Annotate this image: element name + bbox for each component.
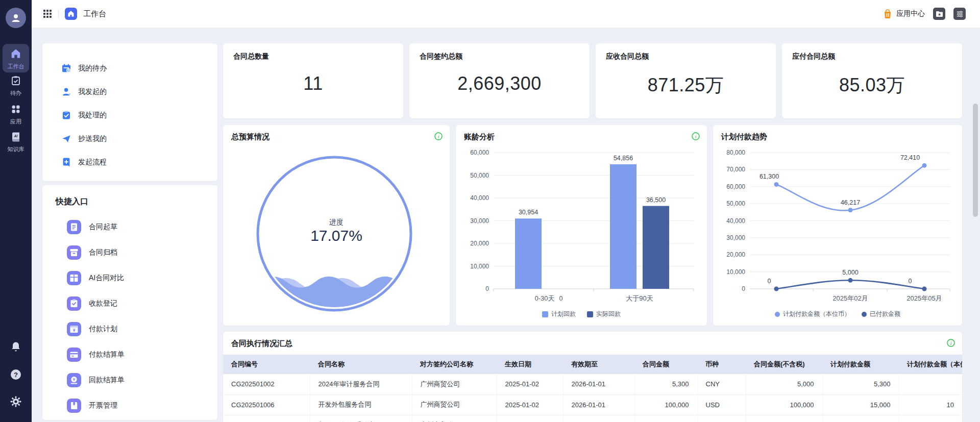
quick-entry-item[interactable]: ¥付款计划 (42, 316, 217, 342)
svg-text:i: i (950, 340, 952, 346)
table-cell: 15,000 (822, 394, 899, 415)
menu-item-initiated-by-me[interactable]: 我发起的 (42, 80, 217, 104)
table-cell: 5,300 (634, 374, 697, 394)
sidebar-item-apps[interactable]: 应用 (3, 104, 29, 126)
menu-item-processed-by-me[interactable]: 我处理的 (42, 104, 217, 127)
user-avatar[interactable] (6, 8, 26, 28)
notifications-button[interactable] (0, 341, 32, 354)
user-icon (61, 87, 71, 97)
sidebar-item-workbench[interactable]: 工作台 (3, 44, 29, 72)
menu-item-label: 抄送我的 (78, 134, 107, 143)
menu-item-cc-to-me[interactable]: 抄送我的 (42, 127, 217, 151)
stat-value: 11 (223, 73, 403, 94)
legend-item[interactable]: 实际回款 (587, 310, 621, 318)
legend-label: 已付款金额 (870, 310, 900, 318)
legend-swatch (542, 311, 548, 317)
quick-entry-item[interactable]: 合同归档 (42, 240, 217, 265)
quick-entry-item[interactable]: 合同起草 (42, 214, 217, 240)
table-cell: USD (697, 394, 746, 415)
sidebar-item-label: 应用 (3, 118, 29, 126)
legend-item[interactable]: 计划付款金额（本位币） (775, 310, 850, 318)
svg-text:0: 0 (742, 285, 745, 292)
svg-text:20,000: 20,000 (726, 251, 745, 258)
menu-item-start-process[interactable]: 发起流程 (42, 151, 217, 174)
svg-text:★: ★ (937, 12, 941, 17)
info-icon[interactable]: i (692, 132, 700, 140)
waffle-menu-icon[interactable] (43, 9, 52, 18)
svg-text:5,000: 5,000 (842, 269, 858, 276)
workbench-app-icon[interactable] (65, 8, 77, 20)
quick-entry-label: AI合同对比 (89, 274, 124, 283)
home-icon (67, 10, 75, 17)
svg-text:30,000: 30,000 (470, 217, 489, 225)
quick-entry-item[interactable]: ¥回款结算单 (42, 367, 217, 393)
svg-text:30,954: 30,954 (519, 209, 538, 216)
quick-entry-title: 快捷入口 (42, 196, 217, 207)
table-cell: 2026-01-01 (563, 374, 634, 394)
stat-value: 871.25万 (596, 73, 776, 98)
legend-item[interactable]: 已付款金额 (862, 310, 900, 318)
stat-value: 2,669,300 (409, 73, 590, 94)
svg-text:i: i (438, 134, 439, 139)
svg-text:?: ? (14, 371, 18, 379)
quick-entry-item[interactable]: 收款登记 (42, 291, 217, 316)
apps-grid-icon (11, 104, 21, 114)
quick-entry-label: 回款结算单 (89, 376, 125, 385)
sidebar-item-todo[interactable]: 待办 (3, 76, 29, 97)
help-button[interactable]: ? (0, 368, 32, 383)
table-row[interactable]: 新项目1设备采购合同广州商贸公司 (223, 415, 962, 422)
info-icon[interactable]: i (434, 132, 443, 140)
quick-entry-label: 合同起草 (89, 222, 117, 232)
svg-text:2025年05月: 2025年05月 (906, 294, 942, 302)
bell-icon (10, 341, 21, 352)
svg-text:54,856: 54,856 (614, 155, 633, 162)
svg-text:70,000: 70,000 (726, 166, 745, 173)
table-row[interactable]: CG2025010022024年审计服务合同广州商贸公司2025-01-0220… (223, 374, 962, 394)
svg-text:0: 0 (559, 295, 563, 302)
line-chart: 010,00020,00030,00040,00050,00060,00070,… (720, 143, 955, 310)
table-cell: 2024年审计服务合同 (310, 374, 412, 394)
quick-entry-item[interactable]: AI合同对比 (42, 265, 217, 291)
menu-item-label: 发起流程 (78, 158, 107, 167)
sidebar-item-knowledge[interactable]: AI 知识库 (3, 132, 29, 153)
divider (58, 10, 59, 18)
legend-label: 计划付款金额（本位币） (783, 310, 850, 318)
aging-analysis-card: 账龄分析 i 010,00020,00030,00040,00050,00060… (456, 125, 707, 326)
table-cell (899, 374, 962, 394)
menu-item-my-todo[interactable]: 我的待办 (42, 57, 217, 80)
table-cell (223, 415, 310, 422)
table-cell (899, 415, 962, 422)
svg-text:大于90天: 大于90天 (626, 294, 653, 302)
legend-item[interactable]: 计划回款 (542, 310, 576, 318)
contract-table-wrap: 合同编号合同名称对方签约公司名称生效日期有效期至合同金额币种合同金额(不含税)计… (223, 355, 962, 422)
table-cell (634, 415, 697, 422)
table-cell: 5,000 (746, 374, 822, 394)
svg-text:0-30天: 0-30天 (534, 294, 554, 302)
column-header: 合同金额(不含税) (746, 355, 822, 374)
vertical-scrollbar[interactable] (973, 104, 978, 217)
table-cell: 100,000 (746, 394, 822, 415)
legend-swatch (775, 312, 780, 317)
quick-entry-label: 付款结算单 (89, 350, 125, 359)
info-icon[interactable]: i (947, 339, 955, 347)
folder-star-icon: ★ (936, 10, 943, 18)
favorites-folder-button[interactable]: ★ (933, 8, 945, 20)
table-cell (497, 415, 563, 422)
ai-book-icon: AI (11, 132, 21, 142)
sidebar: 工作台 待办 应用 AI 知识库 (0, 0, 32, 422)
settings-button[interactable] (0, 396, 32, 409)
payment-trend-card: 计划付款趋势 010,00020,00030,00040,00050,00060… (713, 125, 962, 326)
calendar-yen-icon: ¥ (67, 322, 81, 336)
svg-text:20,000: 20,000 (470, 240, 489, 247)
legend-swatch (862, 312, 867, 317)
quick-entry-item[interactable]: 付款结算单 (42, 342, 217, 367)
gauge-progress-value: 17.07% (223, 227, 450, 244)
table-cell: 广州商贸公司 (412, 374, 497, 394)
quick-entry-item[interactable]: 开票管理 (42, 393, 217, 418)
table-row[interactable]: CG202501006开发外包服务合同广州商贸公司2025-01-022026-… (223, 394, 962, 415)
app-center-button[interactable]: 应用中心 (883, 9, 925, 19)
sidebar-item-label: 待办 (3, 89, 29, 97)
quick-entry-label: 付款计划 (89, 325, 117, 334)
system-manage-button[interactable] (953, 8, 966, 20)
archive-box-icon (67, 245, 81, 260)
